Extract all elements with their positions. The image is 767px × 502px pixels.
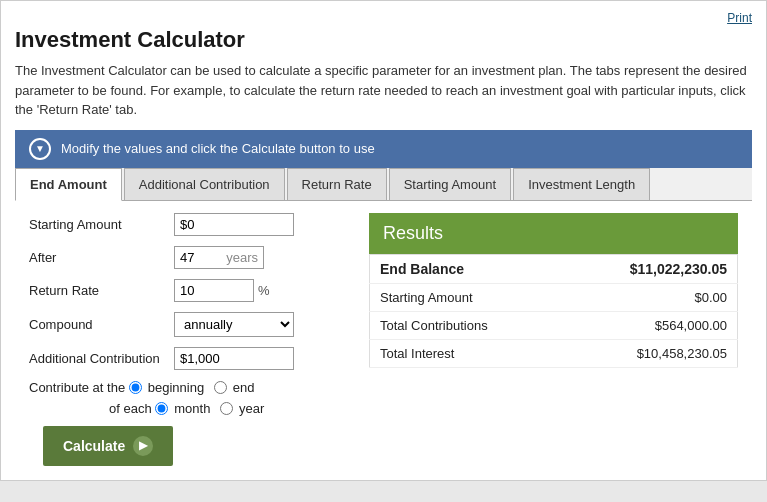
compound-label: Compound bbox=[29, 317, 174, 332]
starting-amount-row: Starting Amount bbox=[29, 213, 341, 236]
results-header: Results bbox=[369, 213, 738, 254]
results-section: Results End Balance$11,022,230.05Startin… bbox=[355, 213, 752, 466]
results-table: End Balance$11,022,230.05Starting Amount… bbox=[369, 254, 738, 368]
contribute-at-label: Contribute at the bbox=[29, 380, 125, 395]
month-radio-label[interactable]: month bbox=[155, 401, 210, 416]
after-input[interactable] bbox=[174, 246, 264, 269]
compound-select[interactable]: annually semi-annually quarterly monthly… bbox=[174, 312, 294, 337]
after-input-wrapper: years bbox=[174, 246, 264, 269]
compound-row: Compound annually semi-annually quarterl… bbox=[29, 312, 341, 337]
additional-contribution-input[interactable] bbox=[174, 347, 294, 370]
end-radio[interactable] bbox=[214, 381, 227, 394]
page-description: The Investment Calculator can be used to… bbox=[15, 61, 752, 120]
of-each-label: of each bbox=[109, 401, 152, 416]
beginning-label: beginning bbox=[148, 380, 204, 395]
results-table-body: End Balance$11,022,230.05Starting Amount… bbox=[370, 254, 738, 367]
results-row-label: End Balance bbox=[370, 254, 562, 283]
form-section: Starting Amount After years Return Rate … bbox=[15, 213, 355, 466]
results-row-value: $0.00 bbox=[561, 283, 737, 311]
return-rate-input[interactable] bbox=[174, 279, 254, 302]
info-bar: ▼ Modify the values and click the Calcul… bbox=[15, 130, 752, 168]
tab-investment-length[interactable]: Investment Length bbox=[513, 168, 650, 200]
end-label: end bbox=[233, 380, 255, 395]
year-radio-label[interactable]: year bbox=[220, 401, 264, 416]
tabs-container: End Amount Additional Contribution Retur… bbox=[15, 168, 752, 201]
starting-amount-label: Starting Amount bbox=[29, 217, 174, 232]
percent-suffix: % bbox=[258, 283, 270, 298]
results-row-value: $11,022,230.05 bbox=[561, 254, 737, 283]
page-title: Investment Calculator bbox=[15, 27, 752, 53]
year-radio[interactable] bbox=[220, 402, 233, 415]
return-rate-row: Return Rate % bbox=[29, 279, 341, 302]
month-label: month bbox=[174, 401, 210, 416]
contribute-at-row: Contribute at the beginning end bbox=[29, 380, 341, 395]
main-content: Starting Amount After years Return Rate … bbox=[15, 201, 752, 466]
arrow-down-icon: ▼ bbox=[29, 138, 51, 160]
print-link[interactable]: Print bbox=[727, 11, 752, 25]
calculate-label: Calculate bbox=[63, 438, 125, 454]
beginning-radio[interactable] bbox=[129, 381, 142, 394]
return-rate-label: Return Rate bbox=[29, 283, 174, 298]
beginning-radio-label[interactable]: beginning bbox=[129, 380, 204, 395]
after-label: After bbox=[29, 250, 174, 265]
tab-end-amount[interactable]: End Amount bbox=[15, 168, 122, 201]
results-row-label: Total Contributions bbox=[370, 311, 562, 339]
results-row-label: Total Interest bbox=[370, 339, 562, 367]
of-each-row: of each month year bbox=[29, 401, 341, 416]
tab-return-rate[interactable]: Return Rate bbox=[287, 168, 387, 200]
end-radio-label[interactable]: end bbox=[214, 380, 255, 395]
info-bar-text: Modify the values and click the Calculat… bbox=[61, 141, 375, 156]
additional-contribution-row: Additional Contribution bbox=[29, 347, 341, 370]
year-label: year bbox=[239, 401, 264, 416]
additional-contribution-label: Additional Contribution bbox=[29, 351, 174, 366]
calculate-button[interactable]: Calculate ▶ bbox=[43, 426, 173, 466]
tab-additional-contribution[interactable]: Additional Contribution bbox=[124, 168, 285, 200]
month-radio[interactable] bbox=[155, 402, 168, 415]
tab-starting-amount[interactable]: Starting Amount bbox=[389, 168, 512, 200]
results-row-label: Starting Amount bbox=[370, 283, 562, 311]
results-row-value: $564,000.00 bbox=[561, 311, 737, 339]
starting-amount-input[interactable] bbox=[174, 213, 294, 236]
after-row: After years bbox=[29, 246, 341, 269]
calculate-arrow-icon: ▶ bbox=[133, 436, 153, 456]
results-row-value: $10,458,230.05 bbox=[561, 339, 737, 367]
